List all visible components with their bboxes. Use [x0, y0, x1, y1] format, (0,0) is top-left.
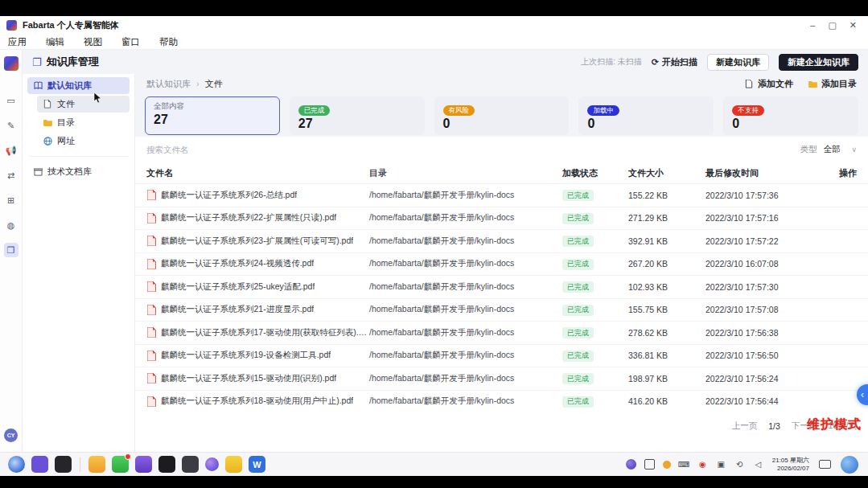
file-size: 267.20 KB [628, 259, 706, 269]
new-kb-button[interactable]: 新建知识库 [707, 54, 769, 71]
wps-app-icon[interactable]: W [249, 456, 265, 473]
file-directory: /home/fabarta/麒麟开发手册/kylin-docs [369, 350, 562, 361]
tray-color-profile-icon[interactable] [663, 461, 671, 469]
filter-row: 类型 全部 ∨ [135, 137, 868, 162]
file-manager-app-icon[interactable] [88, 456, 105, 473]
file-size: 416.20 KB [628, 396, 706, 406]
stat-card-loading[interactable]: 加载中 0 [578, 96, 714, 135]
file-size: 271.29 KB [628, 213, 706, 223]
add-file-button[interactable]: 添加文件 [744, 78, 793, 90]
tray-screen-record-icon[interactable]: ◉ [697, 459, 708, 470]
col-filename: 文件名 [146, 167, 369, 179]
sidebar-item-directories[interactable]: 目录 [37, 114, 130, 131]
chat-app-icon[interactable] [112, 456, 129, 473]
stat-card-risky[interactable]: 有风险 0 [434, 96, 570, 135]
new-enterprise-kb-button[interactable]: 新建企业知识库 [779, 54, 858, 71]
menu-window[interactable]: 窗口 [121, 36, 140, 48]
table-row[interactable]: 麒麟统一认证子系统系列23-扩展属性(可读可写).pdf /home/fabar… [135, 229, 868, 252]
maximize-icon[interactable]: ▢ [828, 20, 836, 31]
camera-app-icon[interactable] [135, 456, 152, 473]
tray-keyboard-icon[interactable]: ⌨ [679, 459, 689, 470]
tray-battery-icon[interactable] [644, 459, 655, 470]
clock-time: 21:05 星期六 [772, 457, 809, 465]
stat-card-unsupported[interactable]: 不支持 0 [723, 96, 858, 135]
page-title: 知识库管理 [47, 55, 99, 69]
file-name: 麒麟统一认证子系统系列19-设备检测工具.pdf [161, 350, 331, 361]
clock-date: 2026/02/07 [772, 465, 809, 473]
stat-card-all[interactable]: 全部内容 27 [145, 96, 280, 135]
table-row[interactable]: 麒麟统一认证子系统系列19-设备检测工具.pdf /home/fabarta/麒… [135, 344, 868, 367]
table-row[interactable]: 麒麟统一认证子系统系列22-扩展属性(只读).pdf /home/fabarta… [135, 207, 868, 230]
file-directory: /home/fabarta/麒麟开发手册/kylin-docs [369, 373, 562, 384]
notification-center-icon[interactable] [819, 460, 831, 469]
menu-help[interactable]: 帮助 [159, 36, 178, 48]
pdf-file-icon [146, 305, 156, 314]
megaphone-icon[interactable]: 📢 [4, 143, 19, 158]
start-scan-button[interactable]: ⟳ 开始扫描 [652, 56, 697, 68]
tray-orb-icon[interactable] [626, 459, 636, 470]
tray-volume-icon[interactable]: ◁ [753, 459, 763, 470]
table-row[interactable]: 麒麟统一认证子系统系列25-ukey适配.pdf /home/fabarta/麒… [135, 275, 868, 298]
notes-app-icon[interactable] [225, 456, 242, 473]
tray-sync-icon[interactable]: ⟲ [734, 459, 745, 470]
type-filter-select[interactable]: 全部 ∨ [823, 144, 857, 155]
col-directory: 目录 [369, 167, 562, 179]
file-directory: /home/fabarta/麒麟开发手册/kylin-docs [369, 396, 562, 407]
file-icon [43, 100, 52, 109]
table-row[interactable]: 麒麟统一认证子系统系列17-驱动使用(获取特征列表).pdf /home/fab… [135, 321, 868, 344]
compose-icon[interactable]: ✎ [4, 118, 19, 133]
menu-edit[interactable]: 编辑 [46, 36, 64, 48]
minimize-icon[interactable]: – [810, 20, 815, 31]
table-row[interactable]: 麒麟统一认证子系统系列15-驱动使用(识别).pdf /home/fabarta… [135, 367, 868, 390]
table-row[interactable]: 麒麟统一认证子系统系列18-驱动使用(用户中止).pdf /home/fabar… [135, 390, 868, 413]
chat-icon[interactable]: ▭ [4, 93, 19, 108]
file-modified-time: 2022/3/10 17:57:30 [706, 282, 820, 292]
network-globe-icon[interactable] [841, 456, 858, 474]
status-badge: 有风险 [443, 105, 475, 116]
assistant-orb-icon[interactable] [205, 457, 219, 471]
menu-view[interactable]: 视图 [84, 36, 102, 48]
translate-icon[interactable]: ⇄ [4, 168, 19, 182]
app-store-icon[interactable] [31, 456, 48, 473]
table-row[interactable]: 麒麟统一认证子系统系列26-总结.pdf /home/fabarta/麒麟开发手… [135, 183, 868, 207]
sidebar-item-tech-docs-kb[interactable]: 技术文档库 [27, 163, 130, 180]
close-icon[interactable]: ✕ [849, 20, 857, 31]
app-header: ❐ 知识库管理 上次扫描: 未扫描 ⟳ 开始扫描 新建知识库 新建企业知识库 [23, 50, 868, 74]
sidebar-item-label: 网址 [57, 135, 75, 147]
table-row[interactable]: 麒麟统一认证子系统系列24-视频透传.pdf /home/fabarta/麒麟开… [135, 252, 868, 276]
stat-card-completed[interactable]: 已完成 27 [290, 96, 425, 135]
table-row[interactable]: 麒麟统一认证子系统系列21-进度显示.pdf /home/fabarta/麒麟开… [135, 298, 868, 322]
stats-cards: 全部内容 27 已完成 27 有风险 0 加载中 0 不支持 0 [135, 93, 868, 143]
avatar[interactable]: CY [4, 429, 18, 442]
pdf-file-icon [146, 374, 156, 383]
prev-page-button[interactable]: 上一页 [732, 420, 758, 432]
terminal-app-icon[interactable] [158, 456, 175, 473]
status-badge: 加载中 [587, 105, 619, 116]
menu-app[interactable]: 应用 [8, 36, 27, 48]
left-icon-rail: ▭ ✎ 📢 ⇄ ⊞ ◍ ❐ CY [0, 50, 23, 452]
message-icon[interactable]: ◍ [4, 218, 19, 232]
status-badge: 已完成 [562, 373, 594, 384]
taskbar-clock[interactable]: 21:05 星期六 2026/02/07 [772, 457, 809, 473]
multitask-view-icon[interactable] [55, 456, 72, 473]
sidebar-item-files[interactable]: 文件 [37, 96, 130, 113]
screenshot-app-icon[interactable] [182, 456, 199, 473]
tray-media-icon[interactable]: ▣ [716, 459, 726, 470]
fabarta-logo-icon[interactable] [4, 56, 19, 71]
book-icon [33, 81, 43, 91]
sidebar-item-default-kb[interactable]: 默认知识库 [27, 77, 130, 94]
refresh-icon: ⟳ [652, 57, 659, 68]
knowledge-book-icon[interactable]: ❐ [4, 243, 19, 257]
col-status: 加载状态 [562, 167, 628, 179]
pdf-file-icon [146, 259, 156, 269]
sidebar-item-urls[interactable]: 网址 [37, 133, 130, 150]
page-book-icon: ❐ [32, 56, 42, 68]
search-input[interactable] [146, 145, 388, 154]
launcher-icon[interactable] [8, 456, 25, 473]
add-directory-button[interactable]: 添加目录 [808, 78, 857, 90]
breadcrumb-root[interactable]: 默认知识库 [146, 78, 191, 90]
apps-grid-icon[interactable]: ⊞ [4, 193, 19, 207]
pdf-file-icon [146, 191, 156, 200]
stat-value: 27 [154, 113, 271, 126]
sidebar-item-label: 目录 [57, 117, 75, 129]
